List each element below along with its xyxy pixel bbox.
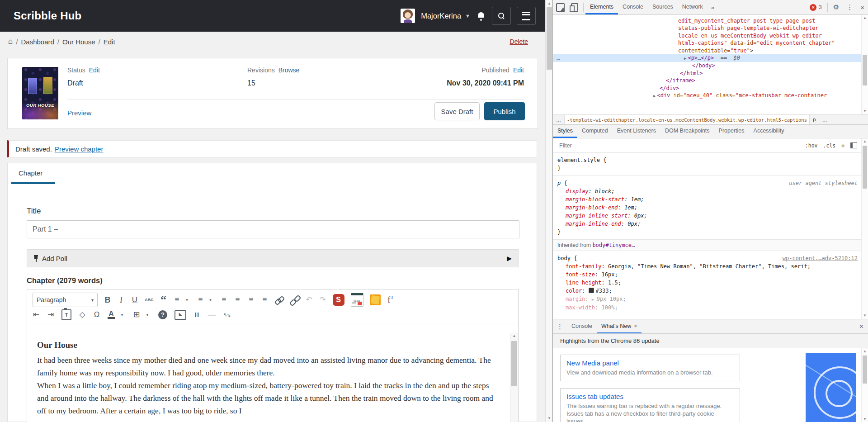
scroll-thumb[interactable] <box>863 146 867 189</box>
table-caret[interactable]: ▾ <box>144 310 151 320</box>
dom-tree-line[interactable]: </iframe> <box>553 77 868 84</box>
help-button[interactable]: ? <box>158 310 167 319</box>
css-property[interactable]: display: block; <box>557 187 858 195</box>
underline-button[interactable]: U <box>131 295 138 305</box>
styles-scrollbar[interactable]: ▲ ▼ <box>861 138 868 319</box>
card-title[interactable]: New Media panel <box>566 359 734 367</box>
tab-chapter[interactable]: Chapter <box>19 169 42 177</box>
dom-tree-line[interactable]: ▶<div id="mceu_40" class="mce-statusbar … <box>553 92 868 100</box>
unlink-button[interactable] <box>290 296 299 304</box>
username[interactable]: MajorKerina <box>421 12 461 20</box>
editor-scrollbar[interactable]: ▲ <box>510 333 518 422</box>
horizontal-rule-button[interactable]: — <box>208 310 216 320</box>
published-edit-link[interactable]: Edit <box>513 66 524 74</box>
sticky-notes-button[interactable] <box>370 294 381 305</box>
devtools-tab[interactable]: Sources <box>648 0 678 14</box>
dom-tree-line[interactable]: locale-en-us mceContentBody webkit wp-ed… <box>553 32 868 39</box>
more-tabs-chevron[interactable]: » <box>711 4 714 11</box>
card-title[interactable]: Issues tab updates <box>566 393 734 400</box>
scroll-down-arrow[interactable]: ▼ <box>546 415 553 422</box>
format-select[interactable]: Paragraph▾ <box>33 293 98 307</box>
chevron-down-icon[interactable]: ▼ <box>465 13 470 19</box>
close-devtools-icon[interactable]: × <box>860 4 864 11</box>
css-property[interactable]: font-size: 16px; <box>557 270 858 279</box>
scroll-thumb[interactable] <box>863 356 867 384</box>
paste-as-text-button[interactable]: T <box>61 309 71 320</box>
link-button[interactable] <box>275 296 284 304</box>
close-drawer-icon[interactable]: × <box>859 322 863 331</box>
dom-tree-line[interactable]: contenteditable="true"> <box>553 47 868 54</box>
css-property[interactable]: margin-inline-start: 0px; <box>557 212 858 220</box>
device-toolbar-icon[interactable] <box>571 3 578 12</box>
preview-link[interactable]: Preview <box>67 109 91 117</box>
css-property[interactable]: margin: ▶ 9px 10px; <box>557 295 858 303</box>
scroll-up-arrow[interactable]: ▲ <box>862 348 868 355</box>
delete-link[interactable]: Delete <box>510 38 528 45</box>
editor-content[interactable]: Our House It had been three weeks since … <box>27 333 518 422</box>
css-property[interactable]: max-width: 100%; <box>557 303 858 312</box>
inherited-node-link[interactable]: body#tinymce… <box>592 242 635 248</box>
scroll-thumb[interactable] <box>511 341 517 386</box>
devtools-tab[interactable]: Elements <box>585 0 618 14</box>
breadcrumb-ellipsis[interactable]: … <box>819 117 830 123</box>
scroll-down-arrow[interactable]: ▼ <box>862 313 868 319</box>
bullet-list-button[interactable]: ≡ <box>174 295 181 305</box>
css-property[interactable]: color: #333; <box>557 287 858 295</box>
preview-chapter-link[interactable]: Preview chapter <box>55 145 104 153</box>
notifications-bell-icon[interactable] <box>477 12 485 19</box>
error-badge-icon[interactable]: × <box>810 4 816 11</box>
text-color-button[interactable]: A <box>108 311 115 319</box>
devtools-tab[interactable]: Console <box>618 0 648 14</box>
breadcrumb-body-crumb[interactable]: -template-wi-editchapter.locale-en-us.mc… <box>564 115 810 124</box>
element-style-rule[interactable]: element.style { } <box>553 153 862 176</box>
page-scrollbar[interactable]: ▲ ▼ <box>545 0 553 422</box>
home-icon[interactable]: ⌂ <box>8 37 13 46</box>
bullet-list-caret[interactable]: ▾ <box>184 295 191 305</box>
special-character-button[interactable]: Ω <box>93 310 100 320</box>
css-property[interactable]: margin-block-end: 1em; <box>557 204 858 212</box>
novel-cover-image[interactable]: OUR HOUSE <box>22 67 58 119</box>
text-color-caret[interactable]: ▾ <box>118 310 126 320</box>
strikethrough-button[interactable]: ABC <box>145 295 154 305</box>
css-property[interactable]: margin-block-start: 1em; <box>557 195 858 204</box>
elements-scrollbar[interactable]: ▲ ▼ <box>861 15 868 114</box>
computed-sidebar-icon[interactable] <box>850 142 857 148</box>
publish-button[interactable]: Publish <box>484 102 525 120</box>
align-left-button[interactable]: ≡ <box>221 295 228 305</box>
save-draft-button[interactable]: Save Draft <box>434 102 480 120</box>
chapter-title-input[interactable] <box>27 220 519 238</box>
drawer-menu-icon[interactable]: ⋮ <box>557 322 563 331</box>
image-button[interactable]: ◣ <box>175 310 186 320</box>
drawer-tab-whats-new[interactable]: What's New× <box>597 319 642 333</box>
scroll-thumb[interactable] <box>863 55 867 85</box>
kebab-menu-icon[interactable]: ⋮ <box>846 3 853 11</box>
settings-gear-icon[interactable]: ⚙ <box>833 3 839 11</box>
css-property[interactable]: line-height: 1.5; <box>557 279 858 287</box>
css-property[interactable]: font-family: Georgia, "Times New Roman",… <box>557 262 858 270</box>
body-css-rule[interactable]: wp-content.…adv-5210:12 body { font-fami… <box>553 251 862 315</box>
footnote-button[interactable]: f <box>387 295 394 305</box>
fullscreen-button[interactable]: ↖↘ <box>223 310 230 320</box>
search-button[interactable] <box>492 7 511 25</box>
remove-format-button[interactable]: ◇ <box>79 310 86 320</box>
breadcrumb-link[interactable]: Our House <box>62 38 95 46</box>
justify-button[interactable]: ≡ <box>261 295 269 305</box>
scroll-down-arrow[interactable]: ▼ <box>862 108 868 114</box>
breadcrumb-link[interactable]: Edit <box>104 38 115 46</box>
dom-tree-line[interactable]: </html> <box>553 70 868 77</box>
hov-toggle[interactable]: :hov <box>805 142 818 149</box>
italic-button[interactable]: I <box>118 295 125 305</box>
menu-button[interactable] <box>517 7 536 25</box>
styles-tab[interactable]: Styles <box>553 125 577 138</box>
find-replace-button[interactable]: II <box>193 310 201 320</box>
whats-new-card[interactable]: Issues tab updates The Issues warning ba… <box>560 388 740 422</box>
indent-button[interactable]: ⇥ <box>47 310 54 320</box>
outdent-button[interactable]: ⇤ <box>33 310 40 320</box>
add-poll-toggle[interactable]: Add Poll ▶ <box>27 249 519 267</box>
numbered-list-caret[interactable]: ▾ <box>207 295 214 305</box>
dom-tree-line[interactable]: edit_mycontent_chapter post-type-page po… <box>553 17 868 24</box>
css-property[interactable]: margin-inline-end: 0px; <box>557 220 858 228</box>
styles-tab[interactable]: Accessibility <box>749 125 789 138</box>
table-button[interactable]: ⊞ <box>133 310 140 320</box>
scribble-s-button[interactable]: S <box>333 294 344 306</box>
